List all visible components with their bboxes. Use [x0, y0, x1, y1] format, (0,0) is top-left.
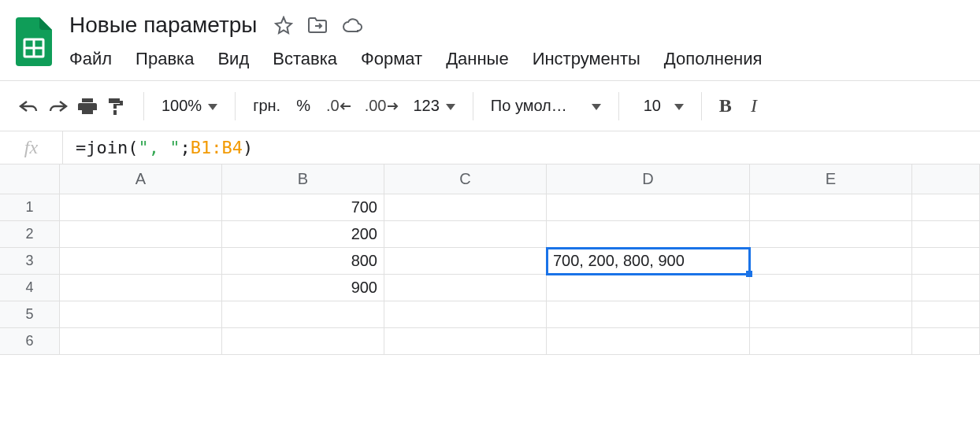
zoom-dropdown[interactable]: 100% — [161, 97, 217, 115]
move-icon[interactable] — [307, 17, 328, 34]
cell-C4[interactable] — [384, 275, 547, 301]
row-header[interactable]: 4 — [0, 275, 60, 301]
cell-F5[interactable] — [912, 301, 980, 328]
menu-addons[interactable]: Дополнения — [664, 49, 763, 69]
cell-E4[interactable] — [750, 275, 912, 301]
cell-C3[interactable] — [384, 248, 547, 275]
sheets-logo[interactable] — [13, 13, 55, 71]
col-header[interactable]: C — [384, 164, 547, 194]
cell-F6[interactable] — [912, 328, 980, 355]
percent-button[interactable]: % — [296, 97, 310, 115]
row-header[interactable]: 6 — [0, 328, 60, 355]
select-all-corner[interactable] — [0, 164, 60, 194]
col-header[interactable]: A — [60, 164, 222, 194]
font-size-value: 10 — [637, 97, 668, 115]
star-icon[interactable] — [274, 16, 293, 35]
fx-label: fx — [0, 131, 63, 164]
row-header[interactable]: 1 — [0, 194, 60, 221]
zoom-value: 100% — [161, 97, 202, 115]
cell-E2[interactable] — [750, 221, 912, 248]
chevron-down-icon — [674, 99, 684, 113]
col-header[interactable]: D — [547, 164, 750, 194]
col-header[interactable]: B — [222, 164, 384, 194]
cell-B2[interactable]: 200 — [222, 221, 384, 248]
cell-C1[interactable] — [384, 194, 547, 221]
font-dropdown[interactable]: По умол… — [491, 97, 601, 115]
undo-button[interactable] — [17, 98, 39, 114]
decrease-decimal-button[interactable]: .0 — [326, 97, 352, 115]
cell-E1[interactable] — [750, 194, 912, 221]
chevron-down-icon — [446, 99, 455, 113]
cell-A6[interactable] — [60, 328, 222, 355]
spreadsheet-grid: 1 2 3 4 5 6 A B 700 200 800 900 C — [0, 164, 980, 355]
italic-button[interactable]: I — [751, 95, 757, 116]
cell-A3[interactable] — [60, 248, 222, 275]
font-size-dropdown[interactable]: 10 — [637, 97, 684, 115]
print-button[interactable] — [77, 97, 98, 116]
cell-C6[interactable] — [384, 328, 547, 355]
cell-D1[interactable] — [547, 194, 750, 221]
cell-A4[interactable] — [60, 275, 222, 301]
cell-D3[interactable]: 700, 200, 800, 900 — [547, 248, 750, 275]
menu-view[interactable]: Вид — [217, 49, 249, 69]
chevron-down-icon — [208, 99, 217, 113]
paint-format-button[interactable] — [106, 96, 126, 116]
menu-data[interactable]: Данные — [446, 49, 508, 69]
col-header[interactable]: E — [750, 164, 912, 194]
cell-E5[interactable] — [750, 301, 912, 328]
cell-E3[interactable] — [750, 248, 912, 275]
more-formats-dropdown[interactable]: 123 — [413, 97, 455, 115]
cell-E6[interactable] — [750, 328, 912, 355]
cell-B6[interactable] — [222, 328, 384, 355]
cell-D5[interactable] — [547, 301, 750, 328]
menu-insert[interactable]: Вставка — [273, 49, 337, 69]
cell-F2[interactable] — [912, 221, 980, 248]
cell-F1[interactable] — [912, 194, 980, 221]
cell-B3[interactable]: 800 — [222, 248, 384, 275]
cell-C2[interactable] — [384, 221, 547, 248]
menu-tools[interactable]: Инструменты — [533, 49, 640, 69]
cell-D4[interactable] — [547, 275, 750, 301]
chevron-down-icon — [592, 99, 601, 113]
cell-D2[interactable] — [547, 221, 750, 248]
cell-B4[interactable]: 900 — [222, 275, 384, 301]
formula-bar: fx =join(", ";B1:B4) — [0, 131, 980, 164]
menu-bar: Файл Правка Вид Вставка Формат Данные Ин… — [66, 41, 967, 80]
increase-decimal-button[interactable]: .00 — [365, 97, 399, 115]
cell-A2[interactable] — [60, 221, 222, 248]
cell-A5[interactable] — [60, 301, 222, 328]
more-formats-label: 123 — [413, 97, 439, 115]
row-header[interactable]: 3 — [0, 248, 60, 275]
col-header[interactable] — [912, 164, 980, 194]
formula-input[interactable]: =join(", ";B1:B4) — [63, 138, 253, 157]
cloud-saved-icon[interactable] — [342, 17, 364, 33]
cell-D6[interactable] — [547, 328, 750, 355]
toolbar: 100% грн. % .0 .00 123 По умол… 10 — [0, 81, 980, 131]
cell-C5[interactable] — [384, 301, 547, 328]
row-header[interactable]: 2 — [0, 221, 60, 248]
menu-file[interactable]: Файл — [69, 49, 112, 69]
cell-B1[interactable]: 700 — [222, 194, 384, 221]
cell-A1[interactable] — [60, 194, 222, 221]
cell-F4[interactable] — [912, 275, 980, 301]
currency-button[interactable]: грн. — [253, 97, 280, 115]
menu-edit[interactable]: Правка — [135, 49, 194, 69]
redo-button[interactable] — [47, 98, 69, 114]
row-header[interactable]: 5 — [0, 301, 60, 328]
bold-button[interactable]: B — [719, 95, 732, 116]
font-name: По умол… — [491, 97, 585, 115]
cell-F3[interactable] — [912, 248, 980, 275]
doc-title[interactable]: Новые параметры — [66, 11, 260, 39]
menu-format[interactable]: Формат — [361, 49, 422, 69]
cell-B5[interactable] — [222, 301, 384, 328]
